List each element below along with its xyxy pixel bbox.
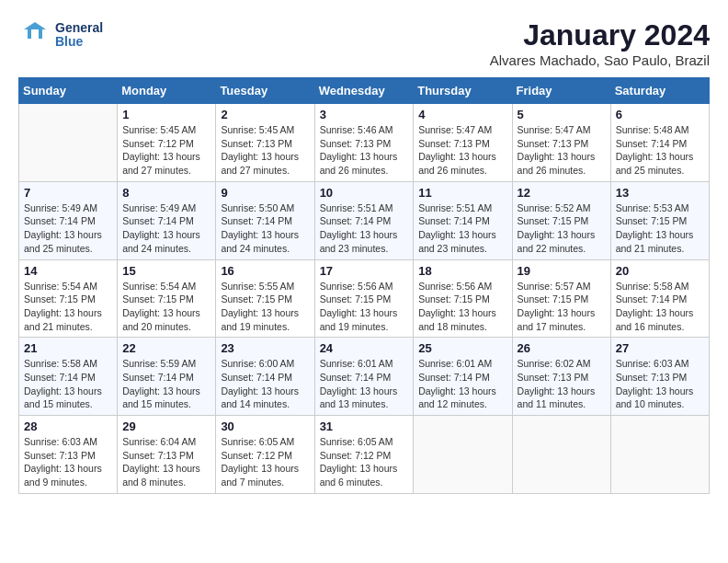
day-info: Sunrise: 6:03 AM Sunset: 7:13 PM Dayligh…: [616, 357, 704, 411]
weekday-header: Monday: [118, 78, 216, 104]
day-info: Sunrise: 5:56 AM Sunset: 7:15 PM Dayligh…: [418, 280, 506, 334]
calendar-cell: [610, 416, 709, 494]
day-info: Sunrise: 6:05 AM Sunset: 7:12 PM Dayligh…: [320, 435, 409, 489]
sunrise-text: Sunrise: 5:45 AM: [122, 124, 196, 135]
sunrise-text: Sunrise: 5:46 AM: [320, 124, 393, 135]
calendar-cell: 11 Sunrise: 5:51 AM Sunset: 7:14 PM Dayl…: [414, 181, 512, 259]
svg-marker-0: [24, 22, 46, 39]
calendar-cell: 16 Sunrise: 5:55 AM Sunset: 7:15 PM Dayl…: [216, 259, 314, 338]
calendar-cell: 29 Sunrise: 6:04 AM Sunset: 7:13 PM Dayl…: [118, 416, 216, 494]
day-info: Sunrise: 5:58 AM Sunset: 7:14 PM Dayligh…: [24, 357, 112, 411]
sunrise-text: Sunrise: 5:59 AM: [122, 358, 196, 369]
daylight-text: Daylight: 13 hours and 12 minutes.: [418, 385, 496, 410]
sunset-text: Sunset: 7:14 PM: [122, 372, 194, 383]
calendar-cell: 3 Sunrise: 5:46 AM Sunset: 7:13 PM Dayli…: [314, 104, 414, 182]
sunset-text: Sunset: 7:14 PM: [418, 215, 490, 226]
day-info: Sunrise: 5:46 AM Sunset: 7:13 PM Dayligh…: [320, 123, 409, 178]
sunrise-text: Sunrise: 6:03 AM: [24, 436, 97, 447]
day-info: Sunrise: 6:01 AM Sunset: 7:14 PM Dayligh…: [320, 357, 409, 411]
day-info: Sunrise: 6:01 AM Sunset: 7:14 PM Dayligh…: [418, 357, 506, 411]
day-info: Sunrise: 5:53 AM Sunset: 7:15 PM Dayligh…: [616, 201, 704, 256]
logo: General Blue: [18, 18, 103, 52]
sunset-text: Sunset: 7:13 PM: [518, 138, 589, 149]
day-info: Sunrise: 5:49 AM Sunset: 7:14 PM Dayligh…: [24, 201, 112, 256]
calendar-cell: 7 Sunrise: 5:49 AM Sunset: 7:14 PM Dayli…: [19, 181, 118, 259]
calendar-cell: 13 Sunrise: 5:53 AM Sunset: 7:15 PM Dayl…: [610, 181, 709, 259]
sunrise-text: Sunrise: 5:49 AM: [122, 202, 196, 213]
weekday-header: Sunday: [19, 78, 118, 104]
sunrise-text: Sunrise: 5:50 AM: [221, 202, 294, 213]
daylight-text: Daylight: 13 hours and 21 minutes.: [616, 229, 694, 254]
sunset-text: Sunset: 7:13 PM: [418, 138, 490, 149]
daylight-text: Daylight: 13 hours and 9 minutes.: [24, 463, 102, 488]
day-info: Sunrise: 5:58 AM Sunset: 7:14 PM Dayligh…: [616, 280, 704, 334]
sunset-text: Sunset: 7:14 PM: [221, 215, 292, 226]
calendar-cell: 30 Sunrise: 6:05 AM Sunset: 7:12 PM Dayl…: [216, 416, 314, 494]
daylight-text: Daylight: 13 hours and 13 minutes.: [320, 385, 398, 410]
day-number: 11: [418, 186, 506, 200]
day-number: 14: [24, 264, 112, 278]
day-info: Sunrise: 5:54 AM Sunset: 7:15 PM Dayligh…: [24, 280, 112, 334]
sunrise-text: Sunrise: 6:00 AM: [221, 358, 294, 369]
sunrise-text: Sunrise: 5:47 AM: [418, 124, 492, 135]
day-number: 1: [122, 108, 210, 121]
day-info: Sunrise: 6:00 AM Sunset: 7:14 PM Dayligh…: [221, 357, 309, 411]
day-number: 29: [122, 419, 210, 433]
calendar-cell: 14 Sunrise: 5:54 AM Sunset: 7:15 PM Dayl…: [19, 259, 118, 338]
sunset-text: Sunset: 7:12 PM: [320, 450, 392, 461]
logo-svg: [18, 18, 51, 52]
day-number: 8: [122, 186, 210, 200]
daylight-text: Daylight: 13 hours and 15 minutes.: [24, 385, 102, 410]
day-number: 22: [122, 341, 210, 355]
day-number: 18: [418, 264, 506, 278]
calendar-cell: 10 Sunrise: 5:51 AM Sunset: 7:14 PM Dayl…: [314, 181, 414, 259]
sunrise-text: Sunrise: 5:54 AM: [122, 281, 196, 292]
calendar-cell: 1 Sunrise: 5:45 AM Sunset: 7:12 PM Dayli…: [118, 104, 216, 182]
daylight-text: Daylight: 13 hours and 27 minutes.: [122, 151, 200, 176]
day-number: 17: [320, 264, 409, 278]
calendar-cell: [512, 416, 610, 494]
sunset-text: Sunset: 7:14 PM: [24, 372, 96, 383]
sunset-text: Sunset: 7:13 PM: [24, 450, 96, 461]
day-info: Sunrise: 5:51 AM Sunset: 7:14 PM Dayligh…: [320, 201, 409, 256]
day-number: 26: [518, 341, 606, 355]
sunrise-text: Sunrise: 5:57 AM: [518, 281, 591, 292]
day-number: 9: [221, 186, 309, 200]
day-number: 20: [616, 264, 704, 278]
calendar-cell: 20 Sunrise: 5:58 AM Sunset: 7:14 PM Dayl…: [610, 259, 709, 338]
calendar-cell: [414, 416, 512, 494]
day-info: Sunrise: 5:52 AM Sunset: 7:15 PM Dayligh…: [518, 201, 606, 256]
daylight-text: Daylight: 13 hours and 11 minutes.: [518, 385, 596, 410]
sunrise-text: Sunrise: 6:02 AM: [518, 358, 591, 369]
header: General Blue January 2024 Alvares Machad…: [18, 18, 710, 68]
day-info: Sunrise: 5:49 AM Sunset: 7:14 PM Dayligh…: [122, 201, 210, 256]
calendar-cell: 12 Sunrise: 5:52 AM Sunset: 7:15 PM Dayl…: [512, 181, 610, 259]
day-number: 10: [320, 186, 409, 200]
sunrise-text: Sunrise: 5:51 AM: [320, 202, 393, 213]
day-number: 2: [221, 108, 309, 121]
calendar-week-row: 21 Sunrise: 5:58 AM Sunset: 7:14 PM Dayl…: [19, 338, 710, 416]
daylight-text: Daylight: 13 hours and 17 minutes.: [518, 307, 596, 332]
day-number: 15: [122, 264, 210, 278]
calendar-cell: 2 Sunrise: 5:45 AM Sunset: 7:13 PM Dayli…: [216, 104, 314, 182]
sunset-text: Sunset: 7:13 PM: [616, 372, 688, 383]
daylight-text: Daylight: 13 hours and 22 minutes.: [518, 229, 596, 254]
day-info: Sunrise: 6:04 AM Sunset: 7:13 PM Dayligh…: [122, 435, 210, 489]
daylight-text: Daylight: 13 hours and 19 minutes.: [221, 307, 299, 332]
daylight-text: Daylight: 13 hours and 21 minutes.: [24, 307, 102, 332]
calendar-cell: 23 Sunrise: 6:00 AM Sunset: 7:14 PM Dayl…: [216, 338, 314, 416]
daylight-text: Daylight: 13 hours and 26 minutes.: [320, 151, 398, 176]
calendar-week-row: 28 Sunrise: 6:03 AM Sunset: 7:13 PM Dayl…: [19, 416, 710, 494]
sunrise-text: Sunrise: 5:47 AM: [518, 124, 591, 135]
daylight-text: Daylight: 13 hours and 16 minutes.: [616, 307, 694, 332]
calendar-cell: 19 Sunrise: 5:57 AM Sunset: 7:15 PM Dayl…: [512, 259, 610, 338]
daylight-text: Daylight: 13 hours and 25 minutes.: [24, 229, 102, 254]
sunrise-text: Sunrise: 6:05 AM: [320, 436, 393, 447]
daylight-text: Daylight: 13 hours and 25 minutes.: [616, 151, 694, 176]
day-info: Sunrise: 6:03 AM Sunset: 7:13 PM Dayligh…: [24, 435, 112, 489]
day-number: 4: [418, 108, 506, 121]
calendar-week-row: 1 Sunrise: 5:45 AM Sunset: 7:12 PM Dayli…: [19, 104, 710, 182]
day-number: 7: [24, 186, 112, 200]
daylight-text: Daylight: 13 hours and 18 minutes.: [418, 307, 496, 332]
weekday-header: Saturday: [610, 78, 709, 104]
